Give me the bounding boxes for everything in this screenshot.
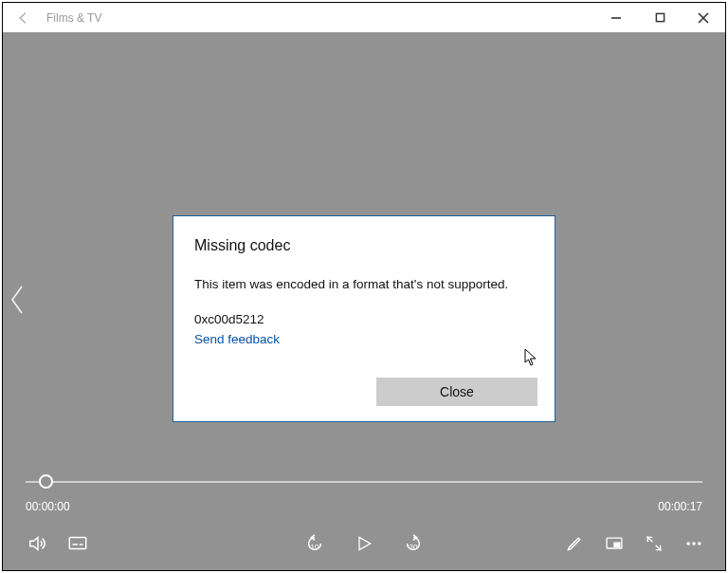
- svg-rect-4: [69, 538, 85, 549]
- player-controls: 00:00:00 00:00:17: [3, 462, 725, 570]
- close-button[interactable]: Close: [376, 378, 537, 406]
- play-icon[interactable]: [354, 533, 374, 554]
- error-code: 0xc00d5212: [194, 312, 534, 326]
- minimize-button[interactable]: [594, 3, 638, 32]
- mini-view-icon[interactable]: [604, 533, 625, 554]
- svg-point-11: [699, 543, 701, 545]
- video-area: Missing codec This item was encoded in a…: [3, 32, 725, 570]
- close-window-button[interactable]: [682, 3, 725, 32]
- skip-back-icon[interactable]: 10: [304, 533, 325, 554]
- title-bar: Films & TV: [3, 3, 725, 32]
- subtitles-icon[interactable]: [67, 533, 88, 554]
- dialog-body: This item was encoded in a format that's…: [194, 277, 534, 291]
- svg-point-9: [687, 543, 689, 545]
- fullscreen-icon[interactable]: [644, 533, 664, 554]
- svg-point-10: [693, 543, 695, 545]
- volume-icon[interactable]: [27, 533, 48, 554]
- edit-icon[interactable]: [564, 533, 585, 554]
- maximize-button[interactable]: [638, 3, 682, 32]
- skip-fwd-label: 30: [410, 543, 418, 551]
- back-button[interactable]: [10, 10, 37, 26]
- app-title: Films & TV: [37, 11, 594, 25]
- svg-rect-1: [656, 13, 664, 21]
- send-feedback-link[interactable]: Send feedback: [194, 332, 534, 346]
- skip-forward-icon[interactable]: 30: [403, 533, 424, 554]
- seek-bar[interactable]: [26, 481, 702, 483]
- skip-back-label: 10: [311, 543, 319, 551]
- previous-button[interactable]: [9, 284, 26, 320]
- seek-thumb[interactable]: [39, 474, 53, 489]
- dialog-title: Missing codec: [194, 237, 534, 254]
- error-dialog: Missing codec This item was encoded in a…: [173, 215, 555, 422]
- svg-rect-8: [614, 543, 620, 546]
- more-icon[interactable]: [683, 533, 704, 554]
- time-total: 00:00:17: [658, 500, 702, 513]
- time-elapsed: 00:00:00: [26, 500, 70, 513]
